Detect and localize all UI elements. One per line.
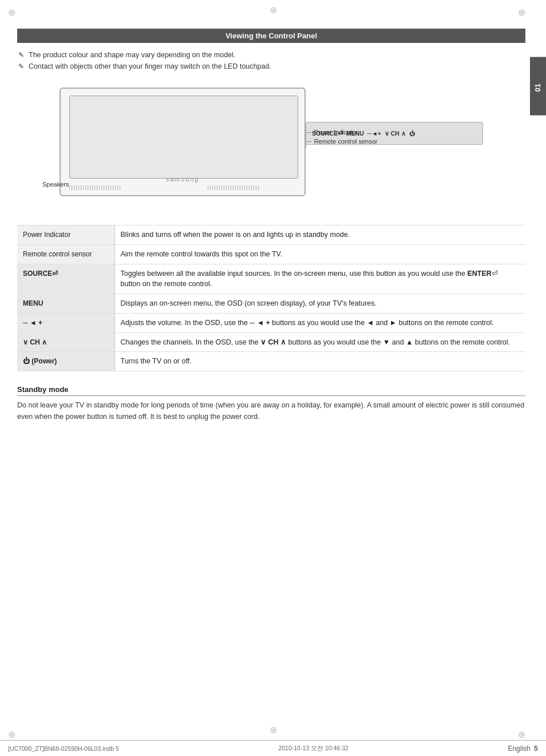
tv-diagram-wrapper: samsung SOURCE⏎ MENU ─◄+ ∨ CH ∧ ⏻ [17, 82, 525, 213]
tv-screen [69, 96, 298, 179]
table-row-source: SOURCE⏎ Toggles between all the availabl… [17, 264, 525, 294]
table-row-power-indicator: Power Indicator Blinks and turns off whe… [17, 225, 525, 245]
table-row-ch: ∨ CH ∧ Changes the channels. In the OSD,… [17, 333, 525, 352]
center-bottom-mark: ⊕ [270, 725, 277, 735]
main-content: Viewing the Control Panel The product co… [17, 0, 525, 445]
table-row-remote-sensor: Remote control sensor Aim the remote con… [17, 244, 525, 264]
table-value-source: Toggles between all the available input … [114, 264, 525, 294]
speaker-grill-left [69, 185, 121, 190]
corner-mark-bl: ⊕ [8, 729, 15, 740]
tv-diagram: samsung SOURCE⏎ MENU ─◄+ ∨ CH ∧ ⏻ [42, 82, 500, 213]
standby-title: Standby mode [17, 385, 525, 396]
table-key-source: SOURCE⏎ [17, 264, 114, 294]
tab-number: 01 [533, 84, 543, 92]
footer-file-info: [UC7000_ZT]BN68-02590H-06L03.indb 5 [8, 745, 119, 752]
section-header: Viewing the Control Panel [17, 29, 525, 43]
standby-text: Do not leave your TV in standby mode for… [17, 399, 525, 422]
table-value-power-indicator: Blinks and turns off when the power is o… [114, 225, 525, 245]
note-2: Contact with objects other than your fin… [17, 62, 525, 70]
table-value-vol: Adjusts the volume. In the OSD, use the … [114, 313, 525, 333]
table-key-menu: MENU [17, 294, 114, 314]
language-label: English [508, 745, 530, 753]
page-number-area: English 5 [508, 744, 538, 753]
table-value-menu: Displays an on-screen menu, the OSD (on … [114, 294, 525, 314]
section-title: Viewing the Control Panel [225, 31, 317, 40]
vol-button: ─◄+ [367, 130, 381, 137]
speakers-label: Speakers [42, 181, 69, 188]
tv-logo: samsung [166, 176, 200, 183]
power-button: ⏻ [409, 130, 416, 137]
table-key-power-indicator: Power Indicator [17, 225, 114, 245]
corner-mark-tl: ⊕ [8, 7, 15, 18]
footer-date-info: 2010-10-13 오전 10:46:32 [278, 745, 348, 753]
remote-sensor-label: Remote control sensor [307, 138, 378, 145]
ch-button: ∨ CH ∧ [385, 130, 406, 137]
table-key-remote-sensor: Remote control sensor [17, 244, 114, 264]
bottom-bar: [UC7000_ZT]BN68-02590H-06L03.indb 5 2010… [0, 740, 546, 756]
standby-section: Standby mode Do not leave your TV in sta… [17, 385, 525, 422]
table-value-remote-sensor: Aim the remote control towards this spot… [114, 244, 525, 264]
table-row-menu: MENU Displays an on-screen menu, the OSD… [17, 294, 525, 314]
tv-body: samsung [60, 88, 306, 196]
table-key-power: ⏻ (Power) [17, 352, 114, 371]
center-top-mark: ⊕ [270, 5, 277, 15]
table-value-power: Turns the TV on or off. [114, 352, 525, 371]
features-table: Power Indicator Blinks and turns off whe… [17, 225, 525, 371]
tv-base-area [69, 183, 296, 192]
table-key-ch: ∨ CH ∧ [17, 333, 114, 352]
corner-mark-br: ⊕ [518, 729, 525, 740]
table-row-power: ⏻ (Power) Turns the TV on or off. [17, 352, 525, 371]
table-row-vol: ─ ◄ + Adjusts the volume. In the OSD, us… [17, 313, 525, 333]
table-key-vol: ─ ◄ + [17, 313, 114, 333]
corner-mark-tr: ⊕ [518, 7, 525, 18]
speaker-grill-right [208, 185, 259, 190]
side-tab: 01 Getting Started [530, 57, 546, 116]
power-indicator-label: Power Indicator [307, 129, 358, 136]
page-number: 5 [534, 744, 538, 753]
table-value-ch: Changes the channels. In the OSD, use th… [114, 333, 525, 352]
note-1: The product colour and shape may vary de… [17, 51, 525, 59]
